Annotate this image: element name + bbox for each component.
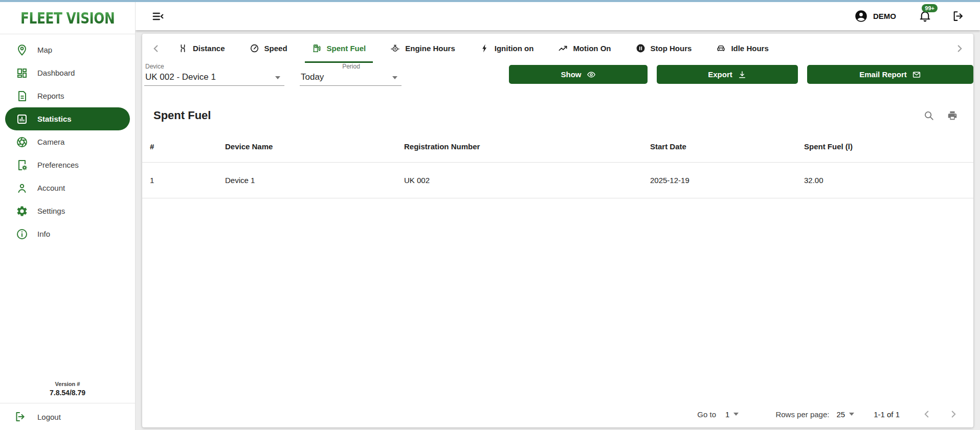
column-header: #	[150, 142, 225, 151]
tab-motion-on[interactable]: Motion On	[551, 34, 618, 63]
show-button[interactable]: Show	[509, 65, 648, 84]
camera-aperture-icon	[16, 136, 28, 148]
tab-label: Idle Hours	[731, 44, 768, 53]
tab-label: Spent Fuel	[327, 44, 366, 53]
search-icon[interactable]	[923, 110, 934, 121]
sidebar-item-label: Preferences	[37, 161, 79, 169]
section-header: Spent Fuel	[142, 104, 973, 127]
chevron-down-icon	[275, 76, 280, 79]
chevron-down-icon	[733, 413, 739, 416]
version-value: 7.8.54/8.79	[0, 389, 135, 397]
cell-spent-fuel: 32.00	[804, 176, 973, 185]
user-avatar-icon[interactable]	[854, 9, 868, 23]
sidebar-item-info[interactable]: Info	[0, 222, 135, 245]
sidebar-item-label: Reports	[37, 92, 64, 100]
chevron-down-icon	[392, 76, 397, 79]
document-gear-icon	[16, 159, 28, 171]
logout-label: Logout	[37, 413, 61, 421]
rows-per-page-label: Rows per page:	[775, 410, 829, 419]
tab-speed[interactable]: Speed	[242, 34, 295, 63]
tabs-scroll-left-icon[interactable]	[150, 43, 162, 54]
tab-spent-fuel[interactable]: Spent Fuel	[305, 34, 373, 63]
pagination-range: 1-1 of 1	[874, 410, 900, 419]
tab-label: Motion On	[573, 44, 611, 53]
username: DEMO	[873, 12, 896, 20]
speedometer-icon	[250, 43, 259, 53]
notification-badge: 99+	[922, 4, 938, 12]
show-button-label: Show	[561, 70, 582, 79]
cell-index: 1	[150, 176, 225, 185]
logout-icon	[14, 411, 27, 423]
column-header: Spent Fuel (l)	[804, 142, 973, 151]
car-icon	[716, 43, 726, 53]
tab-label: Distance	[193, 44, 225, 53]
tab-label: Stop Hours	[651, 44, 692, 53]
column-header: Registration Number	[404, 142, 650, 151]
sidebar-item-label: Map	[37, 46, 52, 54]
tab-engine-hours[interactable]: Engine Hours	[383, 34, 462, 63]
version-label: Version #	[0, 381, 135, 387]
notifications-button[interactable]: 99+	[919, 10, 931, 22]
table-header-row: # Device Name Registration Number Start …	[142, 131, 973, 163]
bar-chart-icon	[16, 113, 28, 125]
print-icon[interactable]	[947, 110, 958, 121]
logout-top-icon[interactable]	[952, 10, 965, 22]
goto-page-label: Go to	[697, 410, 716, 419]
cell-device-name: Device 1	[225, 176, 404, 185]
tab-idle-hours[interactable]: Idle Hours	[709, 34, 775, 63]
previous-page-icon[interactable]	[921, 409, 932, 420]
filter-row: Device UK 002 - Device 1 Period Today Sh…	[142, 63, 973, 93]
info-circle-icon	[16, 228, 28, 240]
export-button-label: Export	[708, 70, 732, 79]
next-page-icon[interactable]	[948, 409, 959, 420]
sidebar-item-label: Account	[37, 184, 65, 192]
sidebar-item-reports[interactable]: Reports	[0, 84, 135, 107]
sidebar-item-settings[interactable]: Settings	[0, 199, 135, 222]
rows-per-page-select[interactable]: 25	[836, 410, 854, 419]
device-select[interactable]: Device UK 002 - Device 1	[144, 63, 284, 86]
sidebar-item-preferences[interactable]: Preferences	[0, 153, 135, 176]
period-select-value: Today	[301, 72, 402, 82]
pagination-bar: Go to 1 Rows per page: 25 1-1 of 1	[142, 401, 973, 427]
tab-ignition-on[interactable]: Ignition on	[473, 34, 541, 63]
download-icon	[738, 70, 747, 79]
goto-page-select[interactable]: 1	[725, 410, 739, 419]
column-header: Device Name	[225, 142, 404, 151]
eye-icon	[587, 70, 596, 79]
period-select-label: Period	[301, 63, 402, 70]
menu-collapse-icon[interactable]	[151, 10, 165, 23]
results-table: # Device Name Registration Number Start …	[142, 131, 973, 198]
sidebar-item-dashboard[interactable]: Dashboard	[0, 61, 135, 84]
sidebar-item-label: Statistics	[37, 115, 72, 123]
table-row[interactable]: 1 Device 1 UK 002 2025-12-19 32.00	[142, 163, 973, 198]
export-button[interactable]: Export	[657, 65, 798, 84]
logo-text: FLEET VISION	[20, 9, 115, 27]
top-accent-strip	[0, 0, 980, 2]
email-report-button-label: Email Report	[859, 70, 907, 79]
period-select[interactable]: Period Today	[300, 63, 402, 86]
sidebar-item-statistics[interactable]: Statistics	[5, 107, 130, 130]
tabs-scroll-right-icon[interactable]	[954, 43, 965, 54]
tab-stop-hours[interactable]: Stop Hours	[629, 34, 699, 63]
sidebar-item-label: Camera	[37, 138, 64, 146]
sidebar-item-label: Dashboard	[37, 69, 75, 77]
report-card: Distance Speed Spent Fuel Engine Hours I…	[142, 34, 973, 427]
lightning-bolt-icon	[480, 43, 489, 53]
chevron-down-icon	[849, 413, 854, 416]
logout-button[interactable]: Logout	[0, 403, 135, 430]
sidebar-item-account[interactable]: Account	[0, 176, 135, 199]
content-area: Distance Speed Spent Fuel Engine Hours I…	[136, 30, 980, 430]
tab-distance[interactable]: Distance	[171, 34, 232, 63]
engine-timer-icon	[390, 43, 400, 53]
cell-start-date: 2025-12-19	[650, 176, 804, 185]
sidebar-item-label: Settings	[37, 207, 65, 215]
version-block: Version # 7.8.54/8.79	[0, 378, 135, 403]
sidebar-item-map[interactable]: Map	[0, 38, 135, 61]
divider	[0, 34, 135, 34]
device-select-label: Device	[145, 63, 284, 70]
sidebar-item-camera[interactable]: Camera	[0, 130, 135, 153]
email-report-button[interactable]: Email Report	[807, 65, 973, 84]
person-icon	[16, 182, 28, 194]
device-select-value: UK 002 - Device 1	[145, 72, 284, 82]
logo: FLEET VISION	[0, 2, 135, 34]
